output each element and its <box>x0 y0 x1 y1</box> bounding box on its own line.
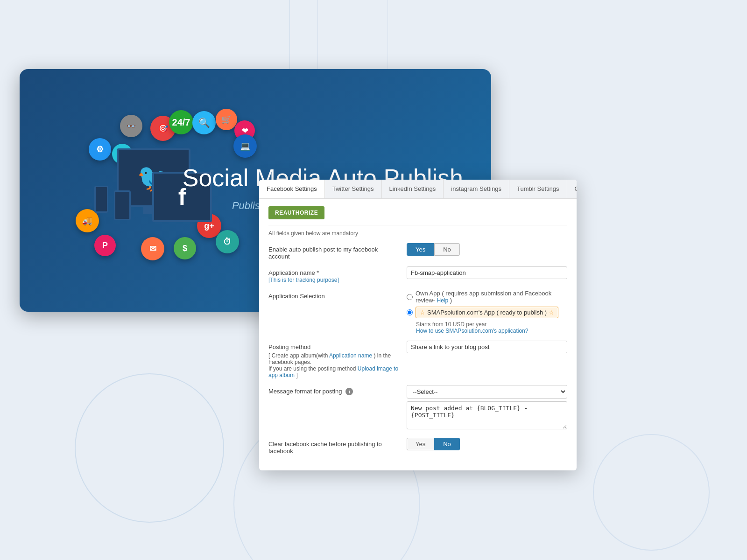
info-icon: i <box>345 388 353 395</box>
clear-cache-yes-button[interactable]: Yes <box>407 438 434 450</box>
deco-circle-1 <box>75 373 224 523</box>
dialog-body: REAUTHORIZE All fields given below are m… <box>259 199 577 470</box>
application-selection-control: Own App ( requires app submission and Fa… <box>407 290 567 334</box>
smap-app-radio[interactable] <box>407 309 413 315</box>
tab-linkedin-settings[interactable]: LinkedIn Settings <box>382 180 444 198</box>
phone-device-2 <box>94 186 108 213</box>
posting-method-row: Posting method [ Create app album(with A… <box>268 341 567 378</box>
message-format-textarea[interactable]: New post added at {BLOG_TITLE} - {POST_T… <box>407 401 567 429</box>
enable-no-button[interactable]: No <box>434 243 460 256</box>
star-icon-left: ☆ <box>420 309 425 316</box>
enable-yes-button[interactable]: Yes <box>407 243 434 256</box>
application-name-control <box>407 266 567 279</box>
tab-facebook-settings[interactable]: Facebook Settings <box>259 180 325 199</box>
deco-circle-3 <box>593 434 710 551</box>
app-details: Starts from 10 USD per year How to use S… <box>416 321 567 334</box>
enable-autopublish-row: Enable auto publish post to my facebook … <box>268 243 567 260</box>
message-format-label: Message format for posting i <box>268 385 399 395</box>
settings-icon: ⚙ <box>89 138 111 161</box>
clock-icon: ⏱ <box>216 230 239 253</box>
tab-tumblr-settings[interactable]: Tumblr Settings <box>509 180 567 198</box>
application-selection-row: Application Selection Own App ( requires… <box>268 290 567 334</box>
application-name-link[interactable]: Application name <box>329 352 372 359</box>
tab-instagram-settings[interactable]: instagram Settings <box>444 180 509 198</box>
smap-app-how-to-link[interactable]: How to use SMAPsolution.com's applicatio… <box>416 328 528 334</box>
reauthorize-button[interactable]: REAUTHORIZE <box>268 206 324 219</box>
application-name-input[interactable] <box>407 266 567 279</box>
clear-cache-no-button[interactable]: No <box>434 438 460 450</box>
mandatory-note: All fields given below are mandatory <box>268 225 567 237</box>
tab-twitter-settings[interactable]: Twitter Settings <box>325 180 382 198</box>
own-app-option: Own App ( requires app submission and Fa… <box>407 290 567 304</box>
dollar-icon: $ <box>174 237 196 259</box>
email-icon: ✉ <box>141 237 164 260</box>
star-icon-right: ☆ <box>549 309 554 316</box>
phone247-icon: 24/7 <box>169 110 193 134</box>
message-format-select[interactable]: --Select-- <box>407 385 567 399</box>
clear-cache-label: Clear facebook cache before publishing t… <box>268 438 399 455</box>
tabs-bar: Facebook Settings Twitter Settings Linke… <box>259 180 577 199</box>
smap-app-label: ☆ SMAPsolution.com's App ( ready to publ… <box>416 307 558 318</box>
own-app-radio[interactable] <box>407 294 413 300</box>
application-selection-label: Application Selection <box>268 290 399 300</box>
posting-method-sublabel: [ Create app album(with Application name… <box>268 352 399 378</box>
application-name-label: Application name * [This is for tracking… <box>268 266 399 283</box>
phone-device <box>114 190 131 220</box>
pinterest-icon: P <box>94 235 116 256</box>
own-app-label: Own App ( requires app submission and Fa… <box>416 290 567 304</box>
glasses-icon: 👓 <box>120 115 142 137</box>
help-link[interactable]: Help <box>437 297 449 304</box>
settings-dialog: Facebook Settings Twitter Settings Linke… <box>259 180 577 470</box>
search-circle-icon: 🔍 <box>192 111 216 134</box>
clear-cache-yn: Yes No <box>407 438 567 450</box>
posting-method-control <box>407 341 567 353</box>
posting-method-input[interactable] <box>407 341 567 353</box>
upload-image-link[interactable]: Upload image to app album <box>268 365 398 378</box>
message-format-row: Message format for posting i --Select-- … <box>268 385 567 431</box>
enable-autopublish-label: Enable auto publish post to my facebook … <box>268 243 399 260</box>
enable-autopublish-control: Yes No <box>407 243 567 256</box>
smap-app-option: ☆ SMAPsolution.com's App ( ready to publ… <box>407 307 567 318</box>
posting-method-label: Posting method [ Create app album(with A… <box>268 341 399 378</box>
basket-icon: 🛒 <box>216 109 237 130</box>
tab-general-settings[interactable]: General Settings <box>567 180 577 198</box>
clear-cache-row: Clear facebook cache before publishing t… <box>268 438 567 455</box>
application-name-row: Application name * [This is for tracking… <box>268 266 567 283</box>
message-format-control: --Select-- New post added at {BLOG_TITLE… <box>407 385 567 431</box>
laptop-icon: 💻 <box>233 134 257 158</box>
clear-cache-control: Yes No <box>407 438 567 450</box>
enable-autopublish-yn: Yes No <box>407 243 567 256</box>
application-name-sublabel[interactable]: [This is for tracking purpose] <box>268 277 339 283</box>
